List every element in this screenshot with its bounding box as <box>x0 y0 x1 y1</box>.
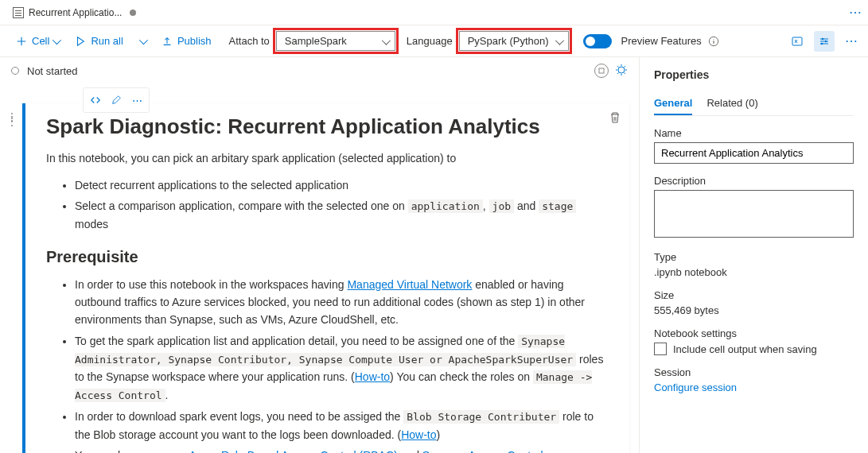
info-icon[interactable] <box>708 36 719 47</box>
editor-area: Not started ⋮⋮⋮⋮ ⋯ Spark Diagnostic: Rec… <box>0 57 639 453</box>
tab-related[interactable]: Related (0) <box>706 92 757 115</box>
svg-rect-5 <box>599 68 604 73</box>
variables-button[interactable] <box>787 31 808 52</box>
attach-to-select[interactable]: SampleSpark <box>276 31 395 51</box>
name-label: Name <box>654 127 854 139</box>
include-output-label: Include cell output when saving <box>673 343 817 355</box>
language-value: PySpark (Python) <box>468 35 549 47</box>
chevron-down-icon <box>139 35 146 47</box>
cell-intro: In this notebook, you can pick an arbita… <box>46 150 609 167</box>
svg-point-6 <box>618 67 625 73</box>
run-all-button[interactable]: Run all <box>68 32 129 50</box>
attach-to-label: Attach to <box>229 35 270 47</box>
publish-label: Publish <box>177 35 212 47</box>
attach-to-value: SampleSpark <box>285 35 347 47</box>
rbac-link[interactable]: Azure Role Based Access Control (RBAC) <box>189 449 397 453</box>
publish-icon <box>162 36 173 47</box>
language-select[interactable]: PySpark (Python) <box>459 31 569 51</box>
size-value: 555,469 bytes <box>654 304 854 316</box>
svg-point-3 <box>825 40 827 42</box>
settings-sliders-icon <box>818 35 831 48</box>
add-cell-label: Cell <box>32 35 49 47</box>
language-label: Language <box>407 35 453 47</box>
code-view-button[interactable] <box>86 91 105 110</box>
prerequisite-heading: Prerequisite <box>46 248 609 266</box>
session-label: Session <box>654 366 854 378</box>
preview-features-label: Preview Features <box>621 35 702 47</box>
name-input[interactable] <box>654 142 854 164</box>
run-all-label: Run all <box>91 35 123 47</box>
properties-panel-button[interactable] <box>814 31 835 52</box>
notebook-tab[interactable]: Recurrent Applicatio... <box>6 0 142 25</box>
description-label: Description <box>654 175 854 187</box>
tab-bar: Recurrent Applicatio... ⋯ <box>0 0 868 25</box>
checkbox-icon <box>654 343 667 355</box>
edit-button[interactable] <box>107 91 126 110</box>
stop-session-button[interactable] <box>594 64 609 78</box>
plus-icon <box>16 36 27 47</box>
synapse-access-link[interactable]: Synapse Access Control <box>422 449 543 453</box>
list-item: In order to download spark event logs, y… <box>75 408 609 443</box>
properties-panel: Properties General Related (0) Name Desc… <box>639 57 868 453</box>
kernel-status-text: Not started <box>27 65 78 77</box>
type-value: .ipynb notebook <box>654 266 854 278</box>
tab-general[interactable]: General <box>654 92 692 115</box>
cell-title: Spark Diagnostic: Recurrent Application … <box>46 114 609 139</box>
unsaved-indicator-icon <box>130 10 136 16</box>
properties-heading: Properties <box>654 68 854 81</box>
tab-title: Recurrent Applicatio... <box>29 7 122 18</box>
variable-icon <box>791 35 804 48</box>
howto-link[interactable]: How-to <box>355 370 390 383</box>
chevron-down-icon <box>382 35 388 47</box>
chevron-down-icon <box>555 35 562 47</box>
cell-toolbar: ⋯ <box>83 87 150 113</box>
svg-rect-1 <box>792 37 802 45</box>
notebook-settings-label: Notebook settings <box>654 327 854 339</box>
svg-point-4 <box>821 42 823 45</box>
list-item: Detect recurrent applications to the sel… <box>75 176 609 194</box>
cell-more-button[interactable]: ⋯ <box>127 91 146 110</box>
size-label: Size <box>654 289 854 301</box>
description-input[interactable] <box>654 190 854 238</box>
play-icon <box>75 36 86 47</box>
type-label: Type <box>654 251 854 263</box>
configure-session-link[interactable]: Configure session <box>654 381 854 393</box>
toolbar-more-button[interactable]: ⋯ <box>841 31 862 52</box>
kernel-status-icon <box>11 67 19 75</box>
add-cell-button[interactable]: Cell <box>10 32 65 50</box>
session-settings-icon[interactable] <box>615 64 628 76</box>
svg-point-2 <box>822 37 824 40</box>
list-item: You can learn more on Azure Role Based A… <box>75 447 609 453</box>
list-item: To get the spark application list and ap… <box>75 332 609 405</box>
notebook-toolbar: Cell Run all Publish Attach to SampleSpa… <box>0 25 868 57</box>
trash-icon <box>609 111 621 124</box>
run-menu-button[interactable] <box>133 32 152 50</box>
status-bar: Not started <box>0 57 639 84</box>
delete-cell-button[interactable] <box>609 111 621 126</box>
howto-link[interactable]: How-to <box>401 428 436 441</box>
list-item: In order to use this notebook in the wor… <box>75 276 609 329</box>
managed-vnet-link[interactable]: Managed Virtual Network <box>347 278 472 291</box>
chevron-down-icon <box>53 35 59 47</box>
publish-button[interactable]: Publish <box>155 32 218 50</box>
tab-more-icon[interactable]: ⋯ <box>849 5 862 20</box>
notebook-icon <box>13 7 24 18</box>
include-output-checkbox[interactable]: Include cell output when saving <box>654 343 854 355</box>
markdown-cell[interactable]: Spark Diagnostic: Recurrent Application … <box>22 103 629 453</box>
list-item: Select a comparison application, compare… <box>75 197 609 233</box>
preview-features-toggle[interactable] <box>583 34 612 48</box>
